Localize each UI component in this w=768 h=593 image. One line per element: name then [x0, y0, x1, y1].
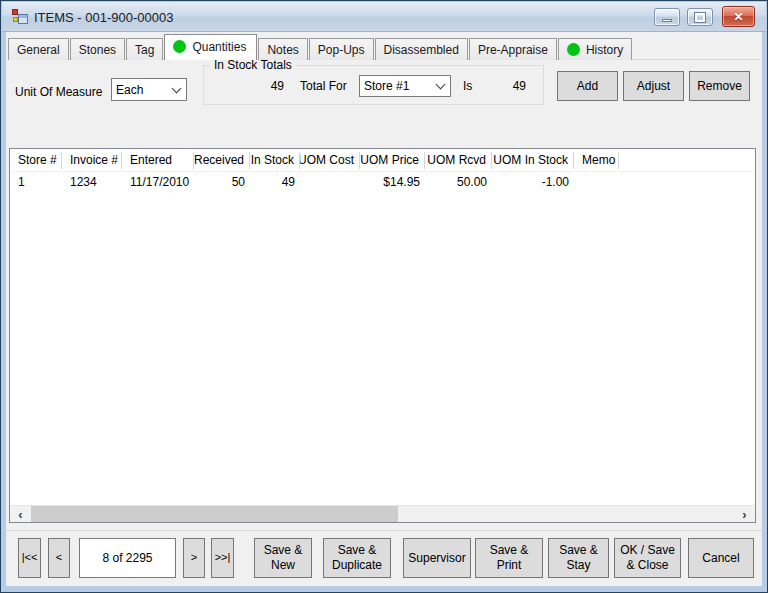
column-header-uomrcvd[interactable]: UOM Rcvd: [425, 152, 492, 169]
cell-invoice: 1234: [62, 175, 122, 189]
title-bar[interactable]: ITEMS - 001-900-00003 ✕: [2, 2, 766, 32]
list-header: Store # Invoice # Entered Received In St…: [10, 149, 755, 172]
store-value: Store #1: [364, 79, 409, 93]
column-header-uomcost[interactable]: UOM Cost: [300, 152, 360, 169]
tab-quantities[interactable]: Quantities: [164, 34, 257, 60]
save-and-duplicate-button[interactable]: Save & Duplicate: [323, 538, 391, 578]
column-header-received[interactable]: Received: [194, 152, 250, 169]
window-title: ITEMS - 001-900-00003: [34, 10, 173, 25]
total-for-label: Total For: [300, 79, 347, 93]
tab-general[interactable]: General: [8, 38, 69, 60]
tab-history[interactable]: History: [558, 38, 632, 60]
close-icon: ✕: [733, 11, 743, 23]
tab-label: Stones: [79, 43, 116, 57]
adjust-button[interactable]: Adjust: [623, 71, 684, 101]
tab-label: Pre-Appraise: [478, 43, 548, 57]
tab-label: Notes: [267, 43, 298, 57]
chevron-down-icon: [172, 83, 182, 93]
column-header-store[interactable]: Store #: [10, 152, 62, 169]
scrollbar-thumb[interactable]: [31, 506, 398, 523]
first-record-button[interactable]: |<<: [18, 538, 41, 578]
add-button[interactable]: Add: [557, 71, 618, 101]
store-total-value: 49: [486, 79, 526, 93]
form-window-glyph: [18, 14, 28, 24]
groupbox-title: In Stock Totals: [210, 58, 296, 72]
tab-popups[interactable]: Pop-Ups: [309, 38, 374, 60]
minimize-icon: [662, 19, 672, 22]
cell-uomrcvd: 50.00: [425, 175, 492, 189]
tab-label: History: [586, 43, 623, 57]
last-record-button[interactable]: >>|: [211, 538, 234, 578]
app-form-icon: [12, 9, 28, 25]
unit-of-measure-value: Each: [116, 83, 143, 97]
cell-received: 50: [194, 175, 250, 189]
cancel-button[interactable]: Cancel: [688, 538, 754, 578]
footer-separator: [6, 530, 762, 531]
green-dot-icon: [173, 40, 186, 53]
tab-disassembled[interactable]: Disassembled: [375, 38, 468, 60]
maximize-icon: [695, 13, 705, 22]
unit-of-measure-select[interactable]: Each: [111, 78, 187, 101]
store-select[interactable]: Store #1: [359, 75, 451, 97]
in-stock-totals-groupbox: In Stock Totals 49 Total For Store #1 Is…: [203, 65, 544, 105]
red-square-glyph: [12, 9, 18, 15]
quantities-list: Store # Invoice # Entered Received In St…: [9, 148, 756, 523]
table-row[interactable]: 1 1234 11/17/2010 50 49 $14.95 50.00 -1.…: [10, 172, 755, 192]
is-label: Is: [463, 79, 472, 93]
tab-label: Disassembled: [384, 43, 459, 57]
group-total-value: 49: [232, 79, 284, 93]
tab-label: Tag: [135, 43, 154, 57]
cell-entered: 11/17/2010: [122, 175, 194, 189]
tab-notes[interactable]: Notes: [258, 38, 307, 60]
scroll-left-icon[interactable]: ‹: [12, 506, 29, 523]
supervisor-button[interactable]: Supervisor: [403, 538, 471, 578]
previous-record-button[interactable]: <: [48, 538, 70, 578]
tab-label: General: [17, 43, 60, 57]
tab-preappraise[interactable]: Pre-Appraise: [469, 38, 557, 60]
column-header-memo[interactable]: Memo: [574, 152, 619, 169]
tab-stones[interactable]: Stones: [70, 38, 125, 60]
next-record-button[interactable]: >: [183, 538, 205, 578]
yellow-square-glyph: [13, 17, 18, 22]
column-header-instock[interactable]: In Stock: [250, 152, 300, 169]
green-dot-icon: [567, 43, 580, 56]
tab-label: Pop-Ups: [318, 43, 365, 57]
column-header-uominstock[interactable]: UOM In Stock: [492, 152, 574, 169]
tab-label: Quantities: [192, 40, 246, 54]
column-header-invoice[interactable]: Invoice #: [62, 152, 122, 169]
chevron-down-icon: [436, 80, 446, 90]
record-position-value: 8 of 2295: [102, 551, 152, 565]
column-header-uomprice[interactable]: UOM Price: [360, 152, 425, 169]
form-body: General Stones Tag Quantities Notes Pop-…: [6, 32, 762, 586]
record-position-field[interactable]: 8 of 2295: [79, 538, 176, 578]
column-header-entered[interactable]: Entered: [122, 152, 194, 169]
horizontal-scrollbar[interactable]: ‹ ›: [10, 505, 755, 522]
close-button[interactable]: ✕: [722, 6, 755, 27]
save-and-stay-button[interactable]: Save & Stay: [548, 538, 609, 578]
scroll-right-icon[interactable]: ›: [736, 506, 753, 523]
cell-uominstock: -1.00: [492, 175, 574, 189]
save-and-new-button[interactable]: Save & New: [254, 538, 312, 578]
maximize-button[interactable]: [687, 8, 713, 26]
tab-tag[interactable]: Tag: [126, 38, 163, 60]
save-and-print-button[interactable]: Save & Print: [475, 538, 543, 578]
unit-of-measure-label: Unit Of Measure: [15, 85, 102, 99]
tab-strip: General Stones Tag Quantities Notes Pop-…: [8, 34, 760, 60]
ok-save-close-button[interactable]: OK / Save & Close: [614, 538, 681, 578]
remove-button[interactable]: Remove: [689, 71, 750, 101]
cell-store: 1: [10, 175, 62, 189]
items-window: ITEMS - 001-900-00003 ✕ General Stones T…: [0, 0, 768, 593]
cell-uomprice: $14.95: [360, 175, 425, 189]
cell-instock: 49: [250, 175, 300, 189]
minimize-button[interactable]: [654, 8, 680, 26]
